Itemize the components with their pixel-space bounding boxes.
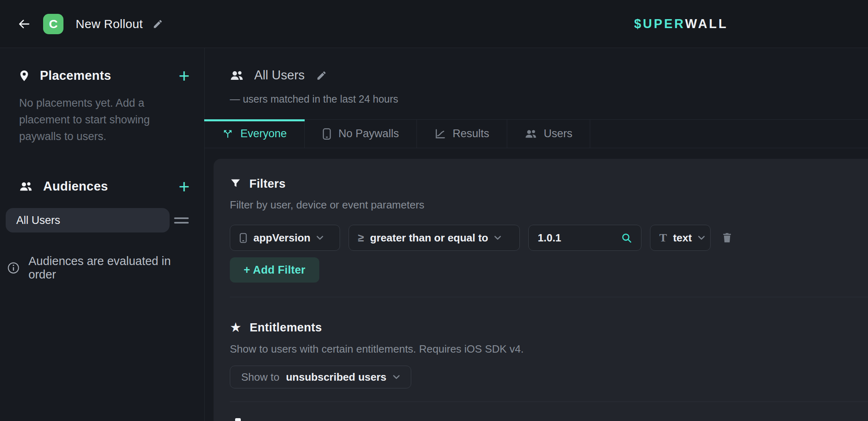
show-to-value: unsubscribed users — [286, 371, 386, 384]
tab-label: Everyone — [240, 127, 287, 140]
users-icon — [525, 129, 537, 139]
audience-item-label: All Users — [16, 214, 60, 227]
tab-results[interactable]: Results — [417, 120, 507, 148]
logo-rest: WALL — [685, 17, 728, 31]
audience-order-note: Audiences are evaluated in order — [7, 254, 196, 281]
audiences-header: Audiences + — [19, 178, 190, 195]
chevron-down-icon — [698, 236, 705, 240]
gte-icon: ≥ — [358, 232, 364, 244]
delete-filter-icon[interactable] — [722, 232, 732, 243]
back-button[interactable] — [15, 15, 33, 33]
add-audience-button[interactable]: + — [179, 179, 190, 194]
main-content: All Users — users matched in the last 24… — [205, 48, 868, 421]
edit-audience-icon[interactable] — [316, 70, 327, 81]
search-icon[interactable] — [621, 232, 632, 243]
app-icon[interactable]: C — [43, 14, 63, 34]
section-divider — [230, 401, 868, 402]
filter-operator-dropdown[interactable]: ≥ greater than or equal to — [349, 225, 520, 251]
audiences-title: Audiences — [43, 179, 108, 194]
audience-users-icon — [230, 70, 244, 81]
entitlements-title: Entitlements — [250, 321, 322, 334]
audience-item-all-users[interactable]: All Users — [6, 208, 170, 232]
filter-type-value: text — [673, 232, 692, 244]
filter-operator-value: greater than or equal to — [370, 232, 488, 244]
audience-list-item-row: All Users — [6, 208, 189, 232]
phone-icon — [239, 232, 247, 243]
tab-bar: Everyone No Paywalls Results Users — [205, 119, 868, 148]
superwall-logo: $UPERWALL — [634, 17, 728, 31]
filter-value-field[interactable] — [528, 225, 641, 251]
sidebar: Placements + No placements yet. Add a pl… — [0, 48, 205, 421]
filter-value-input[interactable] — [538, 232, 607, 244]
audience-detail-title: All Users — [254, 68, 305, 83]
filter-property-value: appVersion — [253, 232, 310, 244]
filters-subtitle: Filter by user, device or event paramete… — [230, 199, 852, 211]
edit-title-icon[interactable] — [153, 19, 163, 29]
tab-label: Users — [544, 127, 573, 140]
audiences-icon — [19, 181, 33, 192]
placements-empty-text: No placements yet. Add a placement to st… — [19, 95, 155, 145]
star-icon: ★ — [230, 321, 242, 334]
logo-accent: $UPER — [634, 17, 685, 31]
phone-icon — [322, 128, 331, 140]
chevron-down-icon — [393, 375, 400, 379]
show-to-label: Show to — [241, 371, 279, 384]
chart-icon — [434, 128, 446, 140]
tab-label: No Paywalls — [338, 127, 399, 140]
info-icon — [7, 262, 20, 274]
placements-header: Placements + — [19, 67, 190, 84]
tab-no-paywalls[interactable]: No Paywalls — [305, 120, 417, 148]
top-bar: C New Rollout $UPERWALL — [0, 0, 868, 48]
add-filter-button[interactable]: + Add Filter — [230, 257, 319, 283]
tab-everyone[interactable]: Everyone — [205, 120, 305, 148]
audience-detail-header: All Users — users matched in the last 24… — [205, 48, 868, 105]
text-type-icon: T — [659, 231, 667, 244]
tab-label: Results — [453, 127, 489, 140]
chevron-down-icon — [316, 236, 323, 240]
audience-config-card: Filters Filter by user, device or event … — [214, 159, 868, 421]
filter-property-dropdown[interactable]: appVersion — [230, 225, 340, 251]
filter-row: appVersion ≥ greater than or equal to — [230, 225, 852, 251]
page-title: New Rollout — [76, 17, 143, 31]
filters-header: Filters — [230, 177, 852, 191]
audience-order-note-text: Audiences are evaluated in order — [28, 254, 196, 281]
add-placement-button[interactable]: + — [179, 68, 190, 83]
placements-title: Placements — [40, 68, 111, 83]
next-section-icon-partial — [235, 418, 241, 421]
tab-users[interactable]: Users — [507, 120, 591, 148]
chevron-down-icon — [494, 236, 501, 240]
show-to-dropdown[interactable]: Show to unsubscribed users — [230, 366, 411, 388]
entitlements-subtitle: Show to users with certain entitlements.… — [230, 343, 852, 355]
section-divider — [230, 297, 868, 297]
app-initial: C — [49, 17, 58, 31]
funnel-icon — [230, 178, 241, 189]
app-shell: Placements + No placements yet. Add a pl… — [0, 48, 868, 421]
filters-title: Filters — [249, 177, 286, 191]
location-pin-icon — [19, 70, 29, 82]
drag-handle-icon[interactable] — [174, 217, 189, 224]
filter-type-dropdown[interactable]: T text — [650, 225, 711, 251]
entitlements-header: ★ Entitlements — [230, 320, 852, 335]
split-arrow-icon — [222, 128, 233, 140]
audience-match-subtitle: — users matched in the last 24 hours — [230, 93, 868, 105]
